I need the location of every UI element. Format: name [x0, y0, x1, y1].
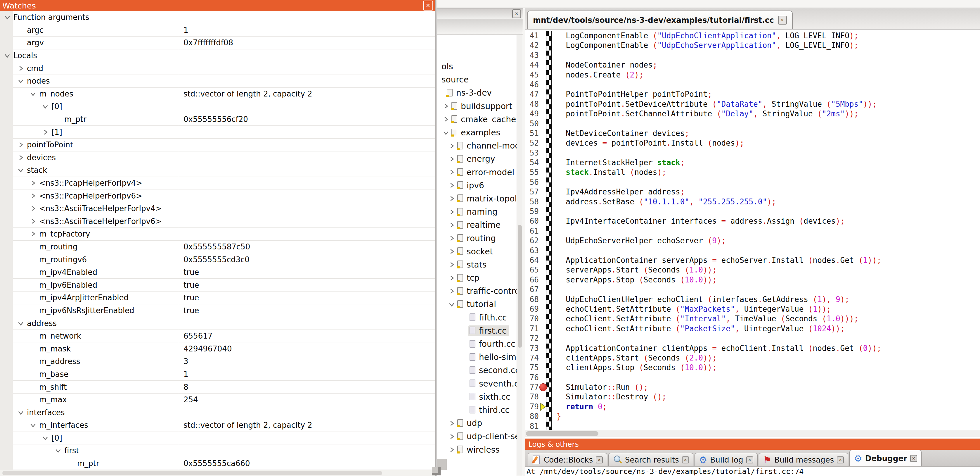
watch-value[interactable]	[179, 190, 435, 202]
code-line[interactable]: 58 address.SetBase ("10.1.1.0", "255.255…	[525, 197, 980, 207]
watch-row[interactable]: Function arguments	[0, 11, 435, 24]
code-line[interactable]: 73 ApplicationContainer clientApps = ech…	[525, 343, 980, 353]
tree-selection[interactable]: first.cc	[468, 326, 509, 336]
watch-value[interactable]	[179, 215, 435, 228]
breakpoint-margin[interactable]	[541, 265, 546, 275]
breakpoint-margin[interactable]	[541, 256, 546, 265]
line-number[interactable]: 60	[525, 216, 541, 226]
code-text[interactable]	[552, 119, 557, 129]
breakpoint-margin[interactable]	[541, 314, 546, 324]
breakpoint-margin[interactable]	[541, 60, 546, 70]
breakpoint-margin[interactable]	[541, 89, 546, 99]
expander-icon[interactable]	[447, 208, 456, 216]
code-line[interactable]: 65 serverApps.Start (Seconds (1.0));	[525, 265, 980, 275]
expander-icon[interactable]	[3, 51, 12, 60]
line-number[interactable]: 67	[525, 285, 541, 294]
code-text[interactable]: }	[552, 412, 561, 421]
scrollbar-thumb[interactable]	[2, 471, 382, 475]
breakpoint-margin[interactable]	[541, 382, 546, 392]
resize-grip[interactable]	[432, 466, 441, 475]
breakpoint-margin[interactable]	[541, 304, 546, 314]
breakpoint-margin[interactable]	[541, 99, 546, 109]
line-number[interactable]: 72	[525, 334, 541, 343]
tree-item-first-cc[interactable]: first.cc	[437, 324, 517, 337]
line-number[interactable]: 59	[525, 207, 541, 216]
watch-row[interactable]: pointToPoint	[0, 139, 435, 152]
close-icon[interactable]: ✕	[596, 457, 603, 463]
tree-item-body[interactable]: energy	[456, 153, 498, 165]
watch-value[interactable]	[179, 100, 435, 113]
scrollbar-thumb[interactable]	[526, 431, 598, 436]
line-number[interactable]: 64	[525, 256, 541, 265]
expander-icon[interactable]	[16, 64, 25, 73]
breakpoint-margin[interactable]	[541, 41, 546, 50]
expander-icon[interactable]	[29, 421, 37, 430]
code-line[interactable]: 53	[525, 148, 980, 158]
code-line[interactable]: 70 echoClient.SetAttribute ("Interval", …	[525, 314, 980, 324]
code-text[interactable]: clientApps.Stop (Seconds (10.0));	[552, 363, 717, 372]
tree-item-body[interactable]: third.cc	[468, 405, 512, 415]
editor-hscrollbar[interactable]	[525, 430, 980, 437]
line-number[interactable]: 42	[525, 41, 541, 50]
breakpoint-margin[interactable]	[541, 51, 546, 60]
logs-tab-build-messages[interactable]: ⚑Build messages✕	[759, 453, 848, 466]
breakpoint-icon[interactable]	[539, 383, 547, 391]
tree-item-sixth-cc[interactable]: sixth.cc	[437, 390, 517, 404]
tree-item-source[interactable]: source	[437, 73, 517, 86]
watch-value[interactable]: true	[179, 266, 435, 279]
tree-item-body[interactable]: seventh.cc	[468, 379, 517, 389]
breakpoint-margin[interactable]	[541, 109, 546, 119]
tree-item-tutorial[interactable]: tutorial	[437, 298, 517, 311]
tree-item-body[interactable]: cmake_cache	[450, 114, 517, 125]
tree-item-body[interactable]: buildsupport	[450, 101, 515, 112]
expander-icon[interactable]	[447, 221, 456, 230]
expander-icon[interactable]	[29, 179, 37, 187]
tree-item-stats[interactable]: stats	[437, 258, 517, 272]
tree-item-body[interactable]: tcp	[456, 273, 482, 283]
watches-column-divider[interactable]	[179, 11, 179, 470]
watch-value[interactable]: 655617	[179, 330, 435, 342]
watches-hscrollbar[interactable]	[0, 470, 435, 476]
watch-row[interactable]: interfaces	[0, 406, 435, 419]
code-line[interactable]: 69 echoClient.SetAttribute ("MaxPackets"…	[525, 304, 980, 314]
watch-value[interactable]: std::vector of length 2, capacity 2	[179, 419, 435, 431]
watch-row[interactable]: [0]	[0, 100, 435, 113]
watch-value[interactable]: 254	[179, 393, 435, 406]
code-line[interactable]: 51 NetDeviceContainer devices;	[525, 129, 980, 138]
expander-icon[interactable]	[442, 102, 450, 110]
tree-item-buildsupport[interactable]: buildsupport	[437, 100, 517, 113]
tree-item-body[interactable]: second.cc	[468, 365, 517, 376]
watch-row[interactable]: m_max254	[0, 393, 435, 406]
watch-value[interactable]: 4294967040	[179, 342, 435, 355]
breakpoint-margin[interactable]	[541, 226, 546, 236]
scrollbar-thumb[interactable]	[518, 225, 522, 348]
tree-item-routing[interactable]: routing	[437, 232, 517, 245]
line-number[interactable]: 51	[525, 129, 541, 138]
breakpoint-margin[interactable]	[541, 207, 546, 216]
watch-value[interactable]	[179, 50, 435, 62]
breakpoint-margin[interactable]	[541, 80, 546, 89]
tree-item-body[interactable]: traffic-control	[456, 286, 517, 297]
code-text[interactable]	[552, 285, 557, 294]
watch-row[interactable]: m_mask4294967040	[0, 342, 435, 355]
watch-row[interactable]: m_interfacesstd::vector of length 2, cap…	[0, 419, 435, 432]
breakpoint-margin[interactable]	[541, 129, 546, 138]
code-line[interactable]: 50	[525, 119, 980, 129]
breakpoint-margin[interactable]	[541, 275, 546, 285]
breakpoint-margin[interactable]	[541, 373, 546, 382]
line-number[interactable]: 46	[525, 80, 541, 89]
code-line[interactable]: 42 LogComponentEnable ("UdpEchoServerApp…	[525, 41, 980, 50]
watch-value[interactable]	[179, 202, 435, 215]
code-text[interactable]: serverApps.Stop (Seconds (10.0));	[552, 275, 717, 285]
tree-item-fourth-cc[interactable]: fourth.cc	[437, 337, 517, 351]
watch-row[interactable]: devices	[0, 152, 435, 165]
expander-icon[interactable]	[41, 128, 50, 137]
projects-titlebar[interactable]: ✕	[437, 8, 523, 19]
code-line[interactable]: 68 UdpEchoClientHelper echoClient (inter…	[525, 295, 980, 304]
tree-item-body[interactable]: hello-simulator.cc	[468, 352, 517, 363]
code-text[interactable]: UdpEchoClientHelper echoClient (interfac…	[552, 295, 850, 304]
tree-item-body[interactable]: realtime	[456, 220, 503, 230]
watch-row[interactable]: cmd	[0, 62, 435, 75]
expander-icon[interactable]	[16, 141, 25, 149]
code-text[interactable]	[552, 373, 557, 382]
